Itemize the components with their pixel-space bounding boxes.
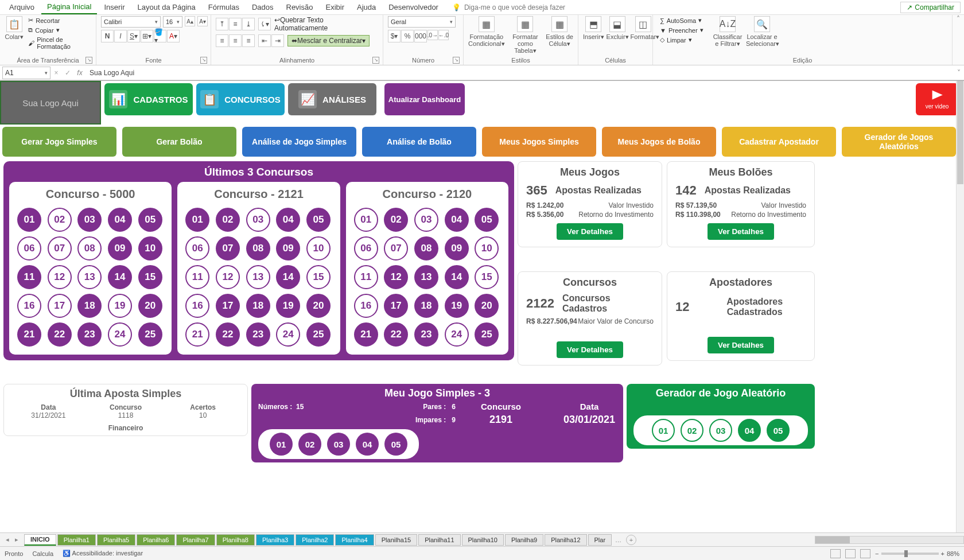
menu-exibir[interactable]: Exibir: [320, 1, 350, 14]
conditional-format-button[interactable]: ▦Formatação Condicional▾: [468, 16, 505, 48]
zoom-out-button[interactable]: −: [875, 550, 879, 557]
delete-cells-button[interactable]: ⬓Excluir▾: [607, 16, 628, 41]
fx-button[interactable]: fx: [73, 69, 86, 77]
font-dialog[interactable]: ↘: [200, 57, 207, 64]
align-left-button[interactable]: ≡: [216, 34, 228, 47]
paste-button[interactable]: 📋Colar▾: [5, 16, 24, 41]
video-button[interactable]: ver video: [916, 83, 958, 115]
cancel-formula-button[interactable]: ×: [50, 69, 62, 77]
btn-cadastrar-apostador[interactable]: Cadastrar Apostador: [722, 127, 836, 157]
nav-atualizar[interactable]: Atualizar Dashboard: [384, 83, 465, 115]
underline-button[interactable]: S▾: [127, 30, 140, 42]
align-dialog[interactable]: ↘: [372, 57, 379, 64]
align-right-button[interactable]: ≡: [242, 34, 255, 47]
view-normal-button[interactable]: [830, 549, 841, 558]
menu-formulas[interactable]: Fórmulas: [203, 1, 245, 14]
share-button[interactable]: ↗Compartilhar: [900, 2, 961, 13]
menu-revisao[interactable]: Revisão: [281, 1, 319, 14]
menu-inserir[interactable]: Inserir: [98, 1, 130, 14]
merge-center-button[interactable]: ⬌Mesclar e Centralizar▾: [287, 35, 370, 46]
percent-button[interactable]: %: [401, 30, 414, 42]
menu-desenvolvedor[interactable]: Desenvolvedor: [383, 1, 444, 14]
nav-concursos[interactable]: 📋CONCURSOS: [196, 83, 285, 115]
sheet-tab[interactable]: Planilha11: [418, 534, 460, 546]
btn-meus-jogos-simples[interactable]: Meus Jogos Simples: [482, 127, 596, 157]
format-painter-button[interactable]: 🖌Pincel de Formatação: [26, 36, 91, 50]
vertical-scrollbar[interactable]: [956, 81, 964, 532]
zoom-level[interactable]: 88%: [947, 550, 959, 557]
sheet-tab[interactable]: Planilha15: [375, 534, 417, 546]
ver-detalhes-concursos[interactable]: Ver Detalhes: [557, 341, 623, 358]
fill-color-button[interactable]: 🪣▾: [154, 30, 166, 42]
view-pagebreak-button[interactable]: [860, 549, 870, 558]
clipboard-dialog[interactable]: ↘: [85, 57, 92, 64]
wrap-text-button[interactable]: ↩Quebrar Texto Automaticamente: [274, 16, 378, 32]
font-name-select[interactable]: Calibri: [101, 16, 161, 28]
dec-decimal-button[interactable]: ←.0: [438, 30, 449, 40]
menu-arquivo[interactable]: Arquivo: [3, 1, 40, 14]
btn-gerar-bolao[interactable]: Gerar Bolão: [122, 127, 236, 157]
increase-indent-button[interactable]: ⇥: [271, 34, 284, 47]
zoom-control[interactable]: − + 88%: [875, 550, 959, 557]
sheet-tab[interactable]: Planilha12: [545, 534, 586, 546]
sheet-tab[interactable]: Planilha7: [176, 534, 215, 546]
sheet-tab[interactable]: INICIO: [24, 534, 56, 546]
menu-layout[interactable]: Layout da Página: [132, 1, 201, 14]
sheet-tab[interactable]: Plar: [588, 534, 612, 546]
nav-analises[interactable]: 📈ANÁLISES: [288, 83, 376, 115]
menu-ajuda[interactable]: Ajuda: [351, 1, 382, 14]
cut-button[interactable]: ✂Recortar: [26, 16, 91, 25]
sheet-tab[interactable]: Planilha3: [256, 534, 294, 546]
align-middle-button[interactable]: ≡: [229, 18, 242, 30]
sheet-tab[interactable]: Planilha9: [505, 534, 543, 546]
clear-button[interactable]: ◇Limpar▾: [658, 36, 709, 44]
insert-cells-button[interactable]: ⬒Inserir▾: [583, 16, 604, 41]
accept-formula-button[interactable]: ✓: [62, 69, 73, 77]
decrease-font-button[interactable]: A▾: [197, 16, 208, 26]
view-layout-button[interactable]: [845, 549, 856, 558]
tell-me[interactable]: 💡Diga-me o que você deseja fazer: [452, 3, 565, 11]
zoom-in-button[interactable]: +: [941, 550, 944, 557]
sheet-tab[interactable]: Planilha5: [97, 534, 135, 546]
increase-font-button[interactable]: A▴: [185, 16, 195, 26]
tab-nav-first[interactable]: ◂: [3, 536, 11, 543]
align-bottom-button[interactable]: ⤓: [242, 18, 255, 30]
tab-more[interactable]: …: [613, 536, 624, 543]
sheet-tab[interactable]: Planilha4: [335, 534, 374, 546]
thousands-button[interactable]: 000: [414, 30, 427, 42]
font-color-button[interactable]: A▾: [167, 30, 180, 42]
sheet-tab[interactable]: Planilha2: [296, 534, 334, 546]
orientation-button[interactable]: ⤹▾: [258, 18, 271, 30]
align-top-button[interactable]: ⤒: [216, 18, 228, 30]
ver-detalhes-jogos[interactable]: Ver Detalhes: [557, 223, 623, 240]
autosum-button[interactable]: ∑AutoSoma▾: [658, 16, 709, 25]
ver-detalhes-boloes[interactable]: Ver Detalhes: [708, 223, 774, 240]
decrease-indent-button[interactable]: ⇤: [258, 34, 271, 47]
border-button[interactable]: ⊞▾: [141, 30, 153, 42]
number-format-select[interactable]: Geral: [388, 16, 456, 28]
italic-button[interactable]: I: [114, 30, 127, 42]
sheet-tab[interactable]: Planilha6: [137, 534, 175, 546]
sheet-tab[interactable]: Planilha10: [462, 534, 504, 546]
bold-button[interactable]: N: [101, 30, 114, 42]
font-size-select[interactable]: 16: [163, 16, 182, 28]
sheet-tab[interactable]: Planilha8: [216, 534, 255, 546]
tab-nav-next[interactable]: ▸: [13, 536, 21, 543]
btn-analise-jogo-simples[interactable]: Análise de Jogo Simples: [242, 127, 356, 157]
fill-button[interactable]: ▼Preencher▾: [658, 26, 709, 34]
cell-styles-button[interactable]: ▦Estilos de Célula▾: [546, 16, 573, 48]
btn-gerar-jogo-simples[interactable]: Gerar Jogo Simples: [2, 127, 116, 157]
menu-dados[interactable]: Dados: [246, 1, 279, 14]
menu-pagina-inicial[interactable]: Página Inicial: [41, 0, 97, 14]
sort-filter-button[interactable]: A↓ZClassificar e Filtrar▾: [712, 16, 744, 48]
currency-button[interactable]: $▾: [388, 30, 401, 42]
btn-meus-jogos-bolao[interactable]: Meus Jogos de Bolão: [602, 127, 716, 157]
sheet-tab[interactable]: Planilha1: [57, 534, 96, 546]
status-accessibility[interactable]: ♿ Acessibilidade: investigar: [63, 550, 143, 557]
align-center-button[interactable]: ≡: [229, 34, 242, 47]
nav-cadastros[interactable]: 📊CADASTROS: [104, 83, 193, 115]
name-box[interactable]: A1: [2, 67, 50, 79]
formula-input[interactable]: Sua Logo Aqui: [86, 69, 954, 77]
horizontal-scrollbar[interactable]: [815, 536, 964, 544]
number-dialog[interactable]: ↘: [453, 57, 460, 64]
